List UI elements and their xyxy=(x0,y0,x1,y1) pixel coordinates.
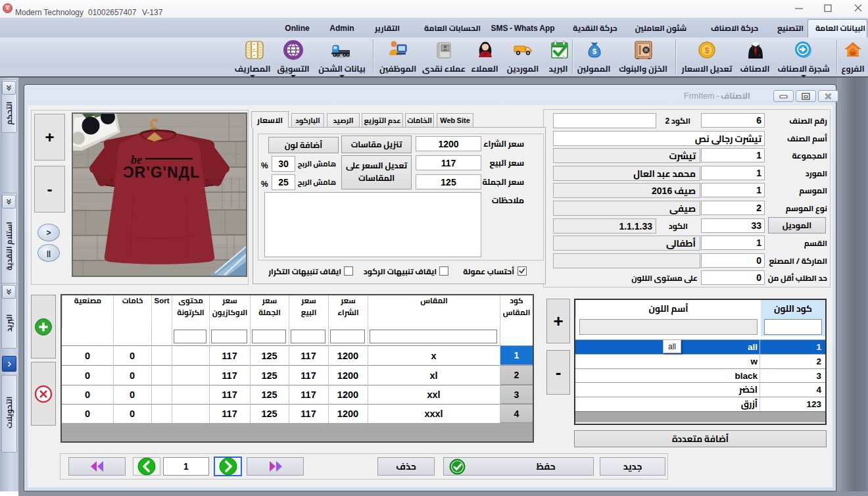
svg-text:$: $ xyxy=(592,47,596,55)
svg-text:$: $ xyxy=(705,46,710,55)
svg-text:ƆR'G'NДL: ƆR'G'NДL xyxy=(123,164,199,181)
